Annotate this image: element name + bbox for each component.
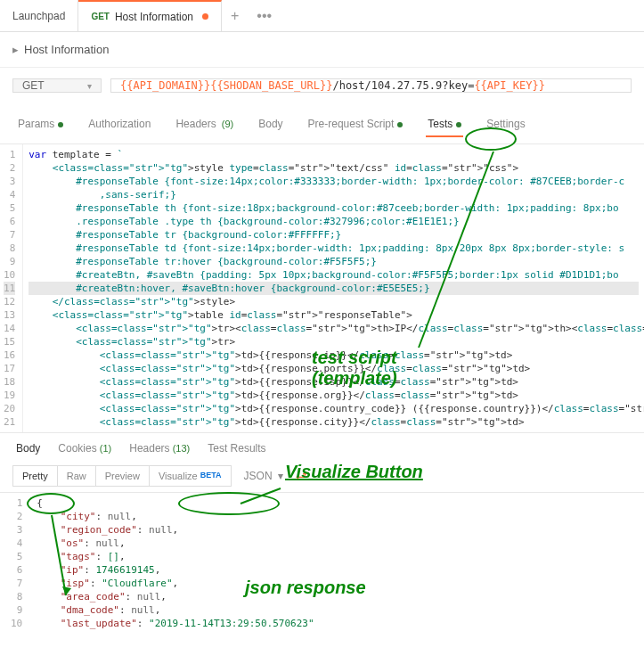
caret-down-icon: ▾: [87, 81, 92, 91]
json-line[interactable]: "tags": [],: [37, 550, 314, 563]
code-line[interactable]: <class=class="str">"tg">td>{{response.co…: [29, 402, 639, 415]
code-line[interactable]: .responseTable .type th {background-colo…: [29, 215, 639, 228]
json-line[interactable]: "isp": "Cloudflare",: [37, 577, 314, 590]
code-line[interactable]: ,sans-serif;}: [29, 188, 639, 201]
json-line[interactable]: "city": null,: [37, 510, 314, 523]
format-select[interactable]: JSON▾: [244, 470, 283, 482]
json-line[interactable]: "dma_code": null,: [37, 603, 314, 617]
json-line[interactable]: {: [37, 496, 314, 510]
view-preview[interactable]: Preview: [96, 466, 150, 486]
resptab-body[interactable]: Body: [16, 442, 40, 455]
view-raw[interactable]: Raw: [58, 466, 96, 486]
code-line[interactable]: #responseTable th {font-size:18px;backgr…: [29, 201, 639, 215]
json-line[interactable]: "region_code": null,: [37, 523, 314, 537]
tab-launchpad[interactable]: Launchpad: [0, 0, 78, 31]
resptab-test-results[interactable]: Test Results: [208, 442, 265, 455]
subtab-body[interactable]: Body: [257, 112, 284, 137]
wrap-lines-button[interactable]: ⮐: [296, 470, 306, 482]
resptab-headers[interactable]: Headers (13): [129, 442, 190, 455]
code-line[interactable]: <class=class="str">"tg">td>{{response.ci…: [29, 415, 639, 429]
subtab-headers[interactable]: Headers (9): [174, 112, 235, 137]
code-line[interactable]: </class=class="str">"tg">style>: [29, 295, 639, 308]
code-line[interactable]: <class=class="str">"tg">tr>: [29, 335, 639, 348]
code-line[interactable]: #responseTable td {font-size:14px;border…: [29, 242, 639, 255]
subtab-settings[interactable]: Settings: [485, 112, 526, 137]
tab-more-button[interactable]: •••: [248, 0, 281, 31]
subtab-authorization[interactable]: Authorization: [86, 112, 152, 137]
section-header[interactable]: ▸ Host Information: [0, 32, 644, 68]
url-input[interactable]: {{API_DOMAIN}}{{SHODAN_BASE_URL}}/host/1…: [110, 78, 632, 93]
code-line[interactable]: <class=class="str">"tg">style type=class…: [29, 161, 639, 175]
code-line[interactable]: <class=class="str">"tg">tr><class=class=…: [29, 322, 639, 335]
caret-down-icon: ▾: [278, 470, 283, 482]
code-line[interactable]: <class=class="str">"tg">td>{{response.or…: [29, 389, 639, 402]
view-visualize[interactable]: VisualizeBETA: [150, 466, 231, 486]
code-line[interactable]: <class=class="str">"tg">td>{{response.po…: [29, 362, 639, 375]
code-line[interactable]: #responseTable tr:hover {background-colo…: [29, 255, 639, 268]
view-pretty[interactable]: Pretty: [13, 466, 58, 486]
json-line[interactable]: "last_update": "2019-11-14T13:29:50.5706…: [37, 617, 314, 630]
code-line[interactable]: #createBtn:hover, #saveBtn:hover {backgr…: [29, 282, 639, 295]
new-tab-button[interactable]: +: [222, 0, 248, 31]
code-line[interactable]: var template = `: [29, 148, 639, 161]
json-line[interactable]: "area_code": null,: [37, 590, 314, 603]
json-line[interactable]: "os": null,: [37, 537, 314, 550]
method-badge: GET: [91, 12, 110, 21]
code-line[interactable]: <class=class="str">"tg">td>{{response.is…: [29, 375, 639, 389]
unsaved-dot-icon: [202, 13, 208, 20]
subtab-pre-request-script[interactable]: Pre-request Script: [306, 112, 405, 137]
chevron-right-icon: ▸: [12, 43, 19, 56]
code-line[interactable]: <class=class="str">"tg">table id=class="…: [29, 308, 639, 322]
code-line[interactable]: #responseTable tr {background-color:#FFF…: [29, 228, 639, 242]
code-line[interactable]: #createBtn, #saveBtn {padding: 5px 10px;…: [29, 268, 639, 282]
subtab-tests[interactable]: Tests: [426, 112, 463, 137]
tab-host-information[interactable]: GET Host Information: [78, 0, 222, 31]
section-title: Host Information: [24, 43, 109, 56]
subtab-params[interactable]: Params: [16, 112, 65, 137]
code-line[interactable]: #responseTable {font-size:14px;color:#33…: [29, 175, 639, 188]
resptab-cookies[interactable]: Cookies (1): [58, 442, 111, 455]
method-select[interactable]: GET▾: [12, 78, 102, 93]
json-line[interactable]: "ip": 1746619145,: [37, 563, 314, 577]
code-line[interactable]: <class=class="str">"tg">td>{{response.ip…: [29, 348, 639, 362]
